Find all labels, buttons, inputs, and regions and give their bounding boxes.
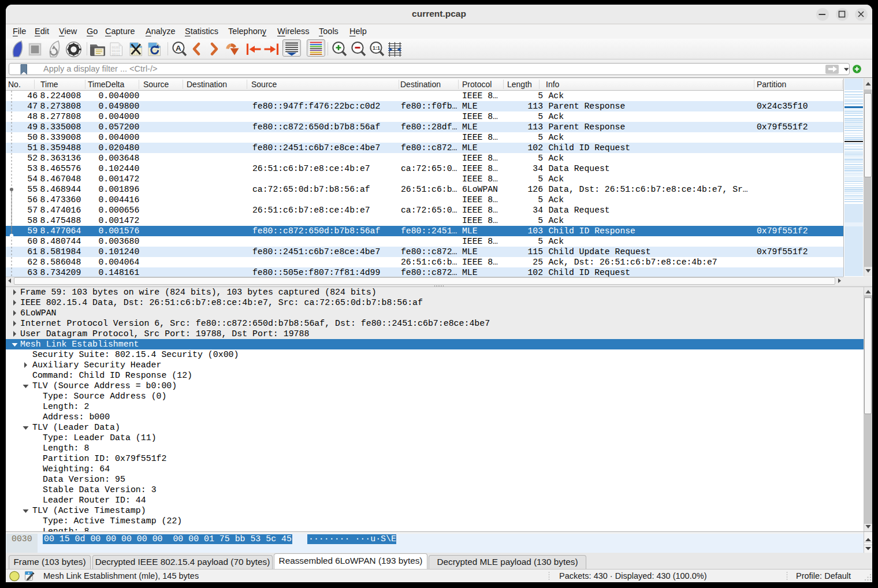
svg-text:1:1: 1:1 bbox=[373, 45, 380, 51]
svg-text:0011: 0011 bbox=[112, 53, 121, 57]
svg-text:A: A bbox=[176, 44, 181, 53]
